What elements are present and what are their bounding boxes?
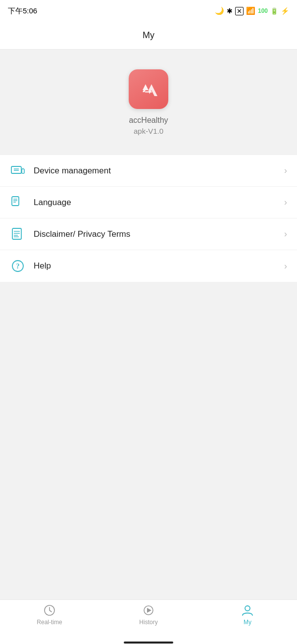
svg-marker-0 [140, 84, 148, 96]
status-icons: 🌙 ✱ ✕ 📶 100 🔋 ⚡ [215, 6, 289, 15]
profile-section: accHealthy apk-V1.0 [0, 50, 297, 150]
battery-icon: 🔋 [270, 7, 278, 15]
app-name: accHealthy [129, 116, 168, 125]
disclaimer-label: Disclaimer/ Privacy Terms [34, 229, 284, 239]
header: My [0, 22, 297, 50]
menu-item-language[interactable]: Language › [0, 187, 297, 218]
charging-icon: ⚡ [281, 7, 289, 15]
menu-item-help[interactable]: ? Help › [0, 250, 297, 282]
device-management-label: Device management [34, 166, 284, 176]
disclaimer-chevron: › [284, 229, 287, 239]
language-icon [10, 195, 26, 211]
history-icon [142, 604, 155, 617]
bluetooth-icon: ✱ [227, 7, 233, 15]
menu-item-disclaimer[interactable]: Disclaimer/ Privacy Terms › [0, 218, 297, 250]
nav-item-realtime[interactable]: Real-time [0, 604, 99, 626]
battery-text: 100 [258, 7, 268, 14]
svg-marker-21 [147, 608, 151, 613]
svg-rect-12 [12, 228, 21, 239]
help-icon: ? [10, 258, 26, 274]
device-management-chevron: › [284, 165, 287, 176]
disclaimer-icon [10, 226, 26, 242]
svg-rect-8 [12, 197, 19, 206]
svg-point-22 [245, 606, 250, 611]
svg-rect-2 [145, 91, 152, 93]
close-box-icon: ✕ [235, 7, 244, 15]
svg-marker-1 [148, 84, 157, 96]
help-label: Help [34, 261, 284, 271]
menu-list: Device management › Language › Disc [0, 155, 297, 282]
app-logo-svg [136, 76, 161, 102]
realtime-icon [43, 604, 56, 617]
svg-line-7 [23, 168, 23, 168]
app-version: apk-V1.0 [134, 127, 163, 135]
page-title: My [143, 30, 154, 41]
menu-item-device-management[interactable]: Device management › [0, 155, 297, 187]
language-chevron: › [284, 197, 287, 208]
realtime-label: Real-time [37, 619, 62, 626]
nav-item-my[interactable]: My [198, 604, 297, 626]
nav-item-history[interactable]: History [99, 604, 198, 626]
nav-indicator [124, 642, 173, 644]
status-bar: 下午5:06 🌙 ✱ ✕ 📶 100 🔋 ⚡ [0, 0, 297, 22]
svg-text:?: ? [16, 263, 20, 270]
device-icon [10, 163, 26, 179]
svg-rect-6 [22, 169, 24, 173]
svg-rect-3 [11, 166, 21, 173]
moon-icon: 🌙 [215, 6, 224, 15]
help-chevron: › [284, 261, 287, 271]
bottom-nav: Real-time History My [0, 599, 297, 644]
wifi-icon: 📶 [246, 6, 255, 15]
history-label: History [139, 619, 157, 626]
app-icon [129, 69, 168, 109]
language-label: Language [34, 198, 284, 208]
status-time: 下午5:06 [8, 6, 37, 16]
my-icon [241, 604, 254, 617]
my-label: My [244, 619, 251, 626]
